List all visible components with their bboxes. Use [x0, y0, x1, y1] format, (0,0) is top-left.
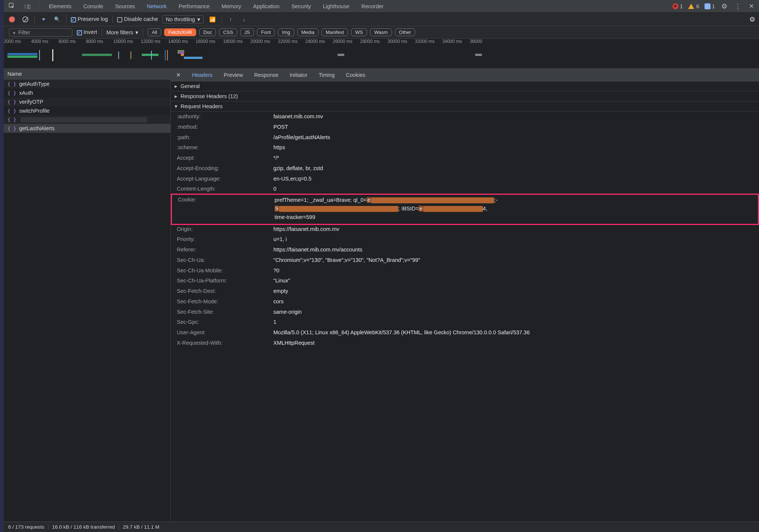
section-general[interactable]: General [171, 81, 759, 91]
header-value: "Chromium";v="130", "Brave";v="130", "No… [273, 256, 755, 265]
header-value: ?0 [273, 267, 755, 275]
info-count[interactable]: 1 [705, 3, 715, 9]
disable-cache-checkbox[interactable]: Disable cache [117, 16, 158, 22]
json-icon [7, 99, 16, 105]
json-icon [7, 81, 16, 87]
tab-network[interactable]: Network [145, 1, 169, 12]
tab-lighthouse[interactable]: Lighthouse [321, 1, 352, 12]
detail-tab-cookies[interactable]: Cookies [346, 72, 365, 78]
tab-console[interactable]: Console [81, 1, 105, 12]
tab-application[interactable]: Application [251, 1, 282, 12]
request-list-pane: Name getAuthTypexAuthverifyOTPswitchProf… [4, 69, 171, 522]
header-value: empty [273, 287, 755, 295]
status-bar: 6 / 173 requests 16.0 kB / 116 kB transf… [4, 522, 759, 532]
json-icon [7, 108, 16, 114]
detail-tab-response[interactable]: Response [254, 72, 278, 78]
record-button[interactable] [7, 15, 16, 24]
detail-close-icon[interactable] [176, 72, 181, 78]
more-filters-dropdown[interactable]: More filters [106, 29, 138, 35]
status-resources: 29.7 kB / 11.1 M [123, 524, 159, 530]
header-key: Sec-Ch-Ua-Mobile: [171, 267, 273, 275]
request-row[interactable]: switchProfile [4, 106, 170, 115]
request-row[interactable] [4, 115, 170, 124]
header-key: Accept: [171, 154, 273, 162]
gear-icon[interactable] [720, 2, 728, 10]
redacted-name [21, 117, 147, 122]
filter-toggle-icon[interactable] [39, 15, 48, 24]
tab-performance[interactable]: Performance [176, 1, 212, 12]
throttling-select[interactable]: No throttling [162, 15, 203, 24]
tab-memory[interactable]: Memory [219, 1, 243, 12]
filter-chip-all[interactable]: All [148, 28, 161, 36]
warning-count[interactable]: 6 [688, 3, 699, 9]
request-list-header[interactable]: Name [4, 69, 170, 79]
network-conditions-icon[interactable] [208, 15, 217, 24]
filter-chip-manifest[interactable]: Manifest [322, 28, 348, 36]
detail-tab-initiator[interactable]: Initiator [290, 72, 308, 78]
header-value-cookie: prefTheme=1; _zwaf_ua=Brave; ql_0=e;- 9;… [275, 196, 754, 222]
header-key: Cookie: [172, 196, 275, 222]
request-row[interactable]: verifyOTP [4, 97, 170, 106]
header-value: https://faisanet.mib.com.mv [273, 225, 755, 234]
header-key: Sec-Ch-Ua: [171, 256, 273, 265]
filter-chip-other[interactable]: Other [395, 28, 415, 36]
tab-sources[interactable]: Sources [113, 1, 137, 12]
header-value: */* [273, 154, 755, 162]
detail-tab-headers[interactable]: Headers [192, 72, 213, 78]
tab-recorder[interactable]: Recorder [359, 1, 386, 12]
header-value: https://faisanet.mib.com.mv/accounts [273, 246, 755, 254]
request-row[interactable]: getLastNAlerts [4, 124, 170, 133]
filter-chip-img[interactable]: Img [278, 28, 294, 36]
section-request-headers[interactable]: Request Headers [171, 101, 759, 112]
cookie-highlight-box: Cookie: prefTheme=1; _zwaf_ua=Brave; ql_… [171, 194, 759, 225]
close-icon[interactable] [747, 3, 755, 10]
tab-elements[interactable]: Elements [47, 1, 73, 12]
filter-chip-js[interactable]: JS [240, 28, 254, 36]
devtools-tabstrip: Elements Console Sources Network Perform… [4, 0, 759, 13]
inspect-icon[interactable] [7, 3, 16, 10]
header-value: XMLHttpRequest [273, 339, 755, 347]
request-row[interactable]: xAuth [4, 88, 170, 97]
header-key: Sec-Gpc: [171, 318, 273, 326]
window-left-gutter [0, 0, 4, 532]
clear-icon[interactable] [21, 15, 30, 24]
filter-chip-media[interactable]: Media [297, 28, 319, 36]
header-value: /aProfile/getLastNAlerts [273, 134, 755, 142]
invert-checkbox[interactable]: Invert [77, 29, 97, 35]
filter-chip-wasm[interactable]: Wasm [370, 28, 392, 36]
filter-input[interactable]: Filter [9, 28, 72, 37]
header-value: Mozilla/5.0 (X11; Linux x86_64) AppleWeb… [273, 329, 755, 337]
request-name: switchProfile [19, 108, 49, 114]
status-requests: 6 / 173 requests [8, 524, 44, 530]
header-value: "Linux" [273, 277, 755, 285]
filter-chip-ws[interactable]: WS [351, 28, 367, 36]
json-icon [7, 126, 16, 131]
status-transferred: 16.0 kB / 116 kB transferred [52, 524, 115, 530]
filter-chip-css[interactable]: CSS [219, 28, 237, 36]
header-key: Content-Length: [171, 185, 273, 193]
kebab-menu-icon[interactable] [734, 2, 742, 10]
filter-chip-doc[interactable]: Doc [199, 28, 216, 36]
detail-tab-preview[interactable]: Preview [224, 72, 243, 78]
filter-chip-fetchxhr[interactable]: Fetch/XHR [164, 28, 196, 36]
preserve-log-checkbox[interactable]: Preserve log [71, 16, 108, 22]
header-key: :path: [171, 134, 273, 142]
search-icon[interactable] [53, 15, 62, 24]
header-key: Accept-Language: [171, 175, 273, 183]
header-value: 1 [273, 318, 755, 326]
request-row[interactable]: getAuthType [4, 79, 170, 88]
network-timeline[interactable]: 2000 ms4000 ms6000 ms8000 ms10000 ms1200… [4, 39, 759, 69]
header-key: Referer: [171, 246, 273, 254]
export-har-icon[interactable] [240, 15, 249, 24]
device-toggle-icon[interactable] [23, 3, 31, 9]
network-settings-icon[interactable] [749, 15, 755, 24]
header-key: :method: [171, 123, 273, 131]
error-count[interactable]: ✕1 [672, 3, 683, 9]
header-value: en-US,en;q=0.5 [273, 175, 755, 183]
request-name: xAuth [19, 90, 33, 96]
import-har-icon[interactable] [226, 15, 235, 24]
detail-tab-timing[interactable]: Timing [319, 72, 335, 78]
section-response-headers[interactable]: Response Headers (12) [171, 91, 759, 101]
tab-security[interactable]: Security [289, 1, 313, 12]
filter-chip-font[interactable]: Font [257, 28, 275, 36]
